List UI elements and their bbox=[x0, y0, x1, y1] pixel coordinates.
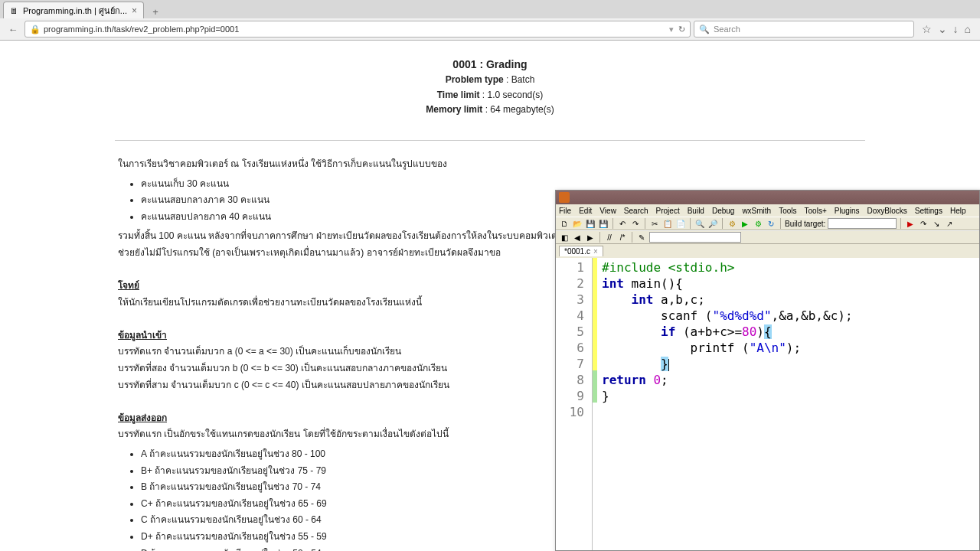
address-bar: ← 🔒 programming.in.th/task/rev2_problem.… bbox=[0, 18, 980, 40]
dropdown-icon[interactable]: ▾ bbox=[669, 24, 674, 34]
menu-edit[interactable]: Edit bbox=[579, 207, 592, 215]
search-icon: 🔍 bbox=[699, 24, 710, 34]
rebuild-icon[interactable]: ↻ bbox=[766, 218, 776, 229]
menu-debug[interactable]: Debug bbox=[712, 207, 734, 215]
menu-help[interactable]: Help bbox=[950, 207, 966, 215]
menu-settings[interactable]: Settings bbox=[915, 207, 942, 215]
build-target-select[interactable] bbox=[828, 218, 897, 229]
menu-toolsplus[interactable]: Tools+ bbox=[805, 207, 827, 215]
uncomment-icon[interactable]: /* bbox=[617, 232, 628, 243]
menu-plugins[interactable]: Plugins bbox=[835, 207, 860, 215]
save-all-icon[interactable]: 💾 bbox=[598, 218, 609, 229]
browser-chrome: 🗏 Programming.in.th | ศูนย์ก... × + ← 🔒 … bbox=[0, 0, 980, 41]
step-out-icon[interactable]: ↗ bbox=[944, 218, 955, 229]
ide-file-tabs: *0001.c × bbox=[556, 244, 979, 258]
code-area[interactable]: #include <stdio.h> int main(){ int a,b,c… bbox=[597, 258, 979, 550]
build-target-label: Build target: bbox=[785, 220, 825, 228]
toolbar-icons: ☆ ⌄ ↓ ⌂ bbox=[917, 23, 975, 35]
app-icon bbox=[559, 192, 570, 203]
reload-icon[interactable]: ↻ bbox=[678, 24, 685, 34]
url-input[interactable]: 🔒 programming.in.th/task/rev2_problem.ph… bbox=[24, 21, 691, 37]
replace-icon[interactable]: 🔎 bbox=[707, 218, 718, 229]
open-icon[interactable]: 📂 bbox=[572, 218, 583, 229]
paste-icon[interactable]: 📄 bbox=[675, 218, 686, 229]
home-icon[interactable]: ⌂ bbox=[965, 23, 971, 35]
new-file-icon[interactable]: 🗋 bbox=[559, 218, 570, 229]
menu-search[interactable]: Search bbox=[624, 207, 648, 215]
file-tab[interactable]: *0001.c × bbox=[559, 246, 603, 256]
downloads-icon[interactable]: ↓ bbox=[953, 23, 959, 35]
pocket-icon[interactable]: ⌄ bbox=[938, 23, 947, 35]
cut-icon[interactable]: ✂ bbox=[649, 218, 660, 229]
highlight-icon[interactable]: ✎ bbox=[636, 232, 647, 243]
build-icon[interactable]: ⚙ bbox=[727, 218, 737, 229]
ide-menubar: File Edit View Search Project Build Debu… bbox=[556, 204, 979, 217]
ide-toolbar-1: 🗋 📂 💾 💾 ↶ ↷ ✂ 📋 📄 🔍 🔎 ⚙ ▶ ⚙ ↻ Build targ… bbox=[556, 217, 979, 230]
browser-tab-bar: 🗏 Programming.in.th | ศูนย์ก... × + bbox=[0, 0, 980, 18]
menu-file[interactable]: File bbox=[559, 207, 571, 215]
save-icon[interactable]: 💾 bbox=[585, 218, 596, 229]
menu-tools[interactable]: Tools bbox=[779, 207, 796, 215]
page-icon: 🗏 bbox=[10, 6, 18, 15]
ide-window: File Edit View Search Project Build Debu… bbox=[555, 190, 980, 551]
close-icon[interactable]: × bbox=[132, 5, 137, 16]
redo-icon[interactable]: ↷ bbox=[630, 218, 641, 229]
menu-wxsmith[interactable]: wxSmith bbox=[742, 207, 771, 215]
menu-view[interactable]: View bbox=[599, 207, 616, 215]
line-gutter: 12345678910 bbox=[556, 258, 593, 550]
url-text: programming.in.th/task/rev2_problem.php?… bbox=[44, 24, 239, 34]
back-button[interactable]: ← bbox=[5, 21, 21, 37]
new-tab-button[interactable]: + bbox=[147, 5, 164, 18]
bookmark-toggle-icon[interactable]: ◧ bbox=[559, 232, 570, 243]
find-icon[interactable]: 🔍 bbox=[694, 218, 705, 229]
search-input[interactable]: 🔍 Search bbox=[694, 21, 914, 37]
bookmark-prev-icon[interactable]: ◀ bbox=[572, 232, 583, 243]
step-over-icon[interactable]: ↷ bbox=[918, 218, 929, 229]
menu-project[interactable]: Project bbox=[656, 207, 680, 215]
debug-run-icon[interactable]: ▶ bbox=[905, 218, 916, 229]
copy-icon[interactable]: 📋 bbox=[662, 218, 673, 229]
undo-icon[interactable]: ↶ bbox=[617, 218, 628, 229]
ide-titlebar[interactable] bbox=[556, 191, 979, 204]
problem-header: 0001 : Grading Problem type : Batch Time… bbox=[115, 56, 865, 117]
run-icon[interactable]: ▶ bbox=[740, 218, 750, 229]
search-placeholder: Search bbox=[714, 24, 740, 34]
comment-icon[interactable]: // bbox=[604, 232, 615, 243]
code-editor[interactable]: 12345678910 #include <stdio.h> int main(… bbox=[556, 258, 979, 550]
ide-toolbar-2: ◧ ◀ ▶ // /* ✎ bbox=[556, 230, 979, 244]
bookmark-next-icon[interactable]: ▶ bbox=[585, 232, 596, 243]
menu-build[interactable]: Build bbox=[688, 207, 704, 215]
close-icon[interactable]: × bbox=[593, 247, 598, 256]
build-run-icon[interactable]: ⚙ bbox=[753, 218, 763, 229]
browser-tab[interactable]: 🗏 Programming.in.th | ศูนย์ก... × bbox=[3, 2, 144, 18]
tab-title: Programming.in.th | ศูนย์ก... bbox=[23, 4, 127, 18]
symbol-select[interactable] bbox=[649, 232, 741, 243]
problem-title: 0001 : Grading bbox=[115, 56, 865, 73]
bookmark-icon[interactable]: ☆ bbox=[922, 23, 932, 35]
site-info-icon[interactable]: 🔒 bbox=[30, 24, 41, 34]
menu-doxyblocks[interactable]: DoxyBlocks bbox=[867, 207, 907, 215]
file-tab-label: *0001.c bbox=[564, 247, 590, 256]
step-into-icon[interactable]: ↘ bbox=[931, 218, 942, 229]
